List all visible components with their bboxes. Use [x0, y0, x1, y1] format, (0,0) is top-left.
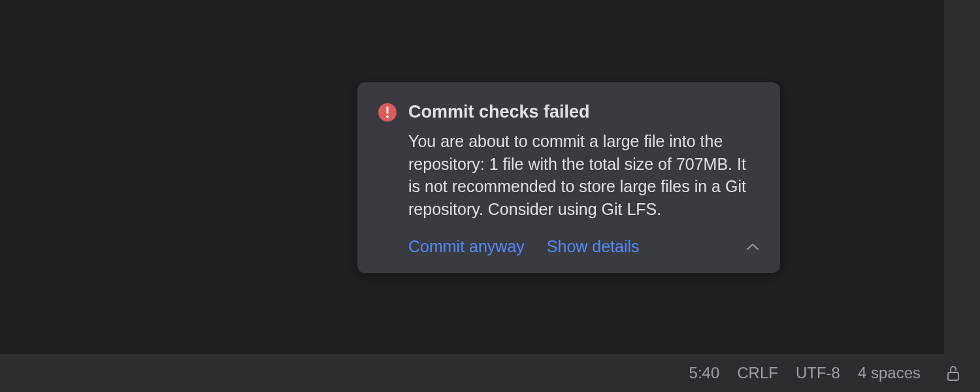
notification-message: You are about to commit a large file int… — [408, 130, 759, 220]
commit-anyway-link[interactable]: Commit anyway — [408, 237, 525, 256]
indent-settings[interactable]: 4 spaces — [858, 364, 921, 382]
file-encoding[interactable]: UTF-8 — [796, 364, 840, 382]
svg-point-1 — [386, 115, 389, 118]
svg-rect-0 — [387, 106, 389, 114]
chevron-up-icon[interactable] — [746, 243, 759, 251]
status-bar: 5:40 CRLF UTF-8 4 spaces — [0, 354, 980, 392]
right-tool-sidebar — [944, 0, 980, 354]
show-details-link[interactable]: Show details — [547, 237, 640, 256]
lock-icon[interactable] — [946, 365, 962, 382]
notification-header: Commit checks failed — [378, 102, 759, 122]
svg-rect-2 — [948, 372, 958, 380]
notification-actions: Commit anyway Show details — [408, 237, 759, 256]
cursor-position[interactable]: 5:40 — [689, 364, 720, 382]
notification-title: Commit checks failed — [408, 102, 590, 122]
error-icon — [378, 103, 397, 122]
line-separator[interactable]: CRLF — [737, 364, 778, 382]
notification-popup: Commit checks failed You are about to co… — [357, 82, 780, 273]
